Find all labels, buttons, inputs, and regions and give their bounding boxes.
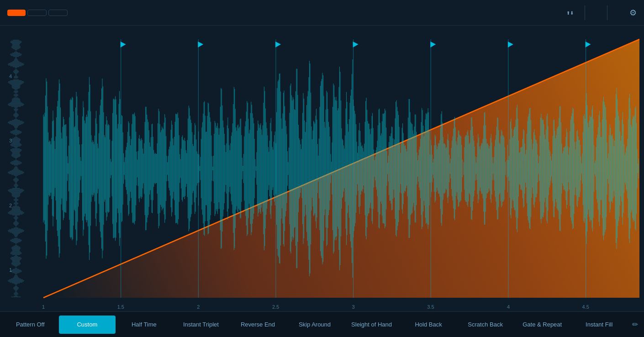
y-axis: 4 3 2 1 — [9, 26, 12, 311]
y-label-3: 3 — [9, 138, 12, 143]
pattern-btn-gate-repeat[interactable]: Gate & Repeat — [514, 316, 571, 334]
pattern-btn-skip-around[interactable]: Skip Around — [286, 316, 343, 334]
length-arrows-icon: ⬆⬇ — [566, 11, 574, 16]
pattern-btn-pattern-off[interactable]: Pattern Off — [2, 316, 59, 334]
tab-repeat[interactable] — [27, 10, 47, 16]
y-label-1: 1 — [9, 267, 12, 273]
waveform-area: 4 3 2 1 — [0, 26, 644, 311]
pattern-btn-instant-fill[interactable]: Instant Fill — [570, 316, 628, 334]
length-control: ⬆⬇ — [565, 10, 574, 16]
tab-group — [7, 10, 68, 16]
pattern-btn-scratch-back[interactable]: Scratch Back — [457, 316, 514, 334]
pattern-btn-sleight-of-hand[interactable]: Sleight of Hand — [343, 316, 400, 334]
pattern-btn-custom[interactable]: Custom — [59, 316, 116, 334]
y-label-2: 2 — [9, 203, 12, 208]
tab-time[interactable] — [7, 10, 26, 16]
header-controls: ⬆⬇ ⚙ — [565, 5, 637, 20]
pattern-btn-half-time[interactable]: Half Time — [116, 316, 173, 334]
pattern-btn-instant-triplet[interactable]: Instant Triplet — [173, 316, 230, 334]
y-label-4: 4 — [9, 74, 12, 79]
divider2 — [607, 5, 607, 20]
waveform-canvas[interactable] — [0, 26, 644, 311]
bottom-bar: Pattern OffCustomHalf TimeInstant Triple… — [0, 311, 644, 337]
tab-volume[interactable] — [48, 10, 68, 16]
mix-sliders-icon[interactable]: ⚙ — [629, 8, 637, 18]
pattern-btn-reverse-end[interactable]: Reverse End — [229, 316, 286, 334]
header: ⬆⬇ ⚙ — [0, 0, 644, 26]
divider — [585, 5, 585, 20]
edit-icon[interactable]: ✏ — [628, 317, 642, 332]
length-value[interactable]: ⬆⬇ — [565, 11, 574, 16]
pattern-btn-hold-back[interactable]: Hold Back — [400, 316, 457, 334]
